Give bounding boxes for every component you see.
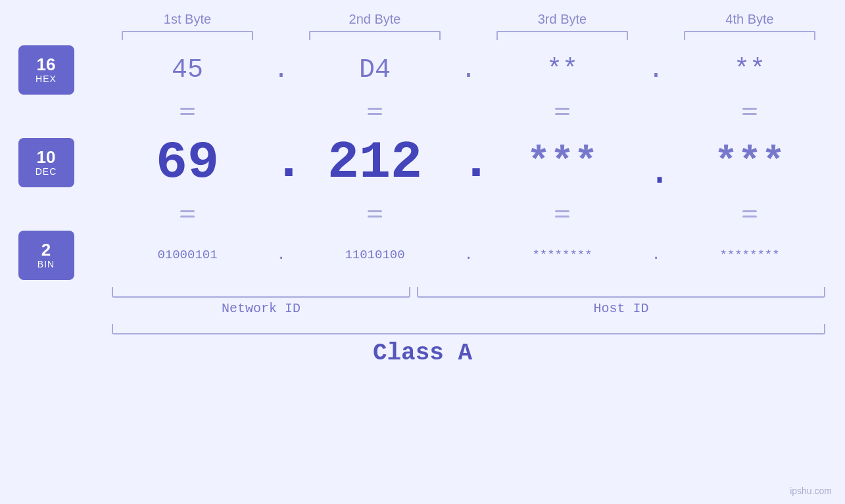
top-bracket-4 (684, 31, 815, 40)
byte4-label: 4th Byte (684, 12, 815, 27)
hex-val-1: 45 (122, 55, 253, 85)
top-bracket-2 (309, 31, 441, 40)
hex-dot-3: . (648, 55, 664, 85)
byte3-label: 3rd Byte (496, 12, 628, 27)
eq1-3 (496, 108, 628, 115)
bin-badge: 2 BIN (18, 231, 74, 280)
hex-number: 16 (37, 55, 56, 74)
hex-label: HEX (36, 74, 57, 84)
dec-label: DEC (36, 166, 57, 177)
bin-number: 2 (41, 241, 51, 260)
dec-val-1: 69 (122, 133, 253, 193)
eq2-1 (122, 210, 253, 218)
top-bracket-3 (496, 31, 628, 40)
bin-dot-2: . (460, 247, 477, 263)
dec-badge-cell: 10 DEC (0, 138, 92, 187)
eq1-1 (122, 108, 253, 115)
bin-val-4: ******** (684, 248, 815, 262)
bin-dot-3: . (648, 247, 664, 263)
bin-val-2: 11010100 (309, 248, 441, 262)
bin-label: BIN (37, 259, 55, 269)
network-bracket (112, 287, 410, 298)
dec-dot-2: . (460, 136, 477, 189)
watermark: ipshu.com (790, 486, 832, 496)
class-label: Class A (0, 340, 845, 367)
main-container: 1st Byte 2nd Byte 3rd Byte 4th Byte 16 H… (0, 0, 845, 504)
hex-badge-cell: 16 HEX (0, 45, 92, 95)
bin-val-3: ******** (496, 248, 628, 262)
bin-dot-1: . (273, 247, 289, 263)
dec-dot-1: . (273, 136, 289, 189)
top-bracket-1 (122, 31, 253, 40)
dec-number: 10 (37, 148, 56, 167)
host-bracket (417, 287, 825, 298)
bin-val-1: 01000101 (122, 248, 253, 262)
hex-dot-2: . (460, 55, 477, 85)
hex-badge: 16 HEX (18, 45, 74, 95)
eq2-2 (309, 210, 441, 218)
dec-badge: 10 DEC (18, 138, 74, 187)
byte1-label: 1st Byte (122, 12, 253, 27)
eq1-4 (684, 108, 815, 115)
hex-val-4: ** (684, 55, 815, 85)
bin-badge-cell: 2 BIN (0, 231, 92, 280)
eq2-4 (684, 210, 815, 218)
eq2-3 (496, 210, 628, 218)
network-id-label: Network ID (112, 301, 410, 316)
eq1-2 (309, 108, 441, 115)
class-bracket (112, 324, 825, 334)
hex-dot-1: . (273, 55, 289, 85)
byte2-label: 2nd Byte (309, 12, 441, 27)
dec-dot-3: . (648, 133, 664, 192)
dec-val-2: 212 (309, 133, 441, 193)
hex-val-3: ** (496, 55, 628, 85)
hex-val-2: D4 (309, 55, 441, 85)
host-id-label: Host ID (417, 301, 825, 316)
dec-val-4: *** (684, 140, 815, 185)
dec-val-3: *** (496, 140, 628, 185)
